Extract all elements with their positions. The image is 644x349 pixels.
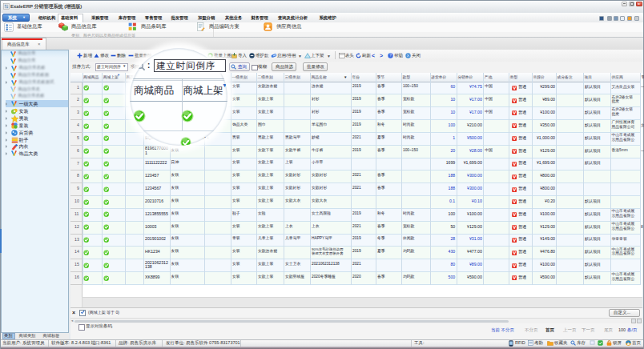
svg-text:?: ? [389, 54, 392, 58]
